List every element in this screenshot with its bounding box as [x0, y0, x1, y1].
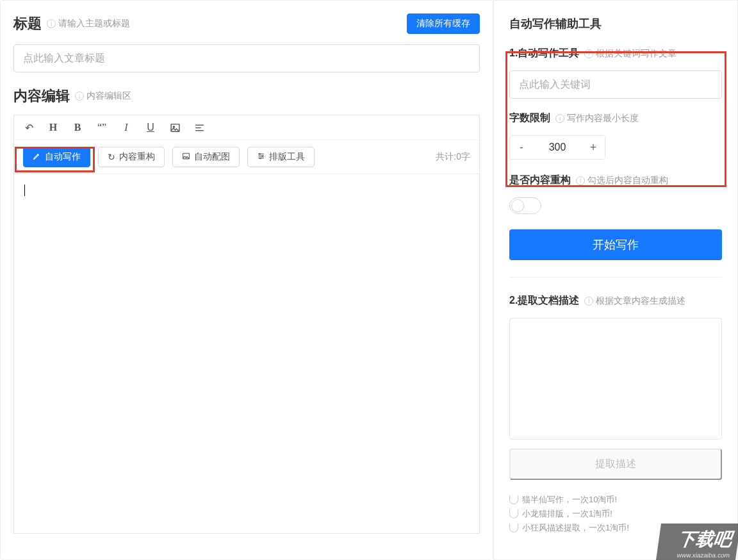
auto-write-label: 自动写作	[45, 151, 81, 163]
italic-icon[interactable]: I	[120, 122, 132, 133]
align-icon[interactable]	[193, 122, 205, 133]
editor-toolbar-format: ↶ H B “” I U	[14, 115, 479, 140]
svg-point-9	[259, 153, 260, 154]
title-label: 标题	[13, 14, 42, 33]
word-counter: 共计:0字	[436, 151, 470, 163]
image-icon[interactable]	[169, 122, 181, 133]
editor-panel: 标题 i 请输入主题或标题 清除所有缓存 内容编辑 i 内容编辑区 ↶ H B …	[0, 0, 493, 560]
auto-write-button[interactable]: 自动写作	[23, 147, 90, 167]
info-icon: i	[584, 49, 593, 58]
stepper-minus-button[interactable]: -	[510, 136, 533, 159]
watermark: 下载吧 www.xiazaiba.com	[656, 523, 738, 560]
assistant-panel: 自动写作辅助工具 1.自动写作工具 i 根据关键词写作文章 字数限制 i 写作内…	[493, 0, 738, 560]
restructure-button[interactable]: ↻ 内容重构	[98, 147, 165, 167]
keyword-input[interactable]	[509, 70, 722, 99]
description-output	[509, 318, 722, 440]
restructure-toggle[interactable]	[509, 197, 541, 214]
clear-cache-button[interactable]: 清除所有缓存	[407, 13, 480, 34]
cost-item: 猫半仙写作，一次10淘币!	[509, 494, 722, 506]
auto-image-button[interactable]: 自动配图	[172, 147, 240, 167]
title-hint: 请输入主题或标题	[58, 18, 130, 29]
svg-point-11	[259, 158, 261, 159]
svg-point-10	[262, 155, 263, 156]
info-icon: i	[555, 114, 564, 123]
editor-toolbar-actions: 自动写作 ↻ 内容重构 自动配图 排版工具	[14, 140, 479, 174]
layout-tool-button[interactable]: 排版工具	[247, 147, 315, 167]
content-edit-label: 内容编辑	[13, 86, 70, 106]
svg-point-1	[173, 126, 174, 128]
refresh-icon: ↻	[108, 152, 115, 162]
heading-icon[interactable]: H	[47, 122, 59, 133]
bowl-icon	[509, 509, 518, 518]
toggle-knob	[511, 199, 524, 212]
editor-textarea[interactable]	[14, 174, 479, 533]
auto-write-section-hint: 根据关键词写作文章	[596, 48, 676, 60]
wordlimit-value: 300	[533, 142, 582, 153]
editor: ↶ H B “” I U 自动写作	[13, 115, 480, 534]
wordlimit-label: 字数限制	[509, 111, 550, 125]
stepper-plus-button[interactable]: +	[582, 136, 605, 159]
layout-tool-label: 排版工具	[269, 151, 305, 163]
bowl-icon	[509, 495, 518, 504]
image-icon	[182, 152, 190, 162]
divider	[509, 277, 722, 277]
restructure-label: 是否内容重构	[509, 174, 571, 187]
info-icon: i	[576, 176, 585, 185]
bold-icon[interactable]: B	[72, 122, 83, 133]
content-edit-hint: 内容编辑区	[86, 90, 131, 102]
bowl-icon	[509, 523, 518, 532]
text-caret	[24, 185, 25, 196]
extract-section-hint: 根据文章内容生成描述	[596, 295, 685, 307]
article-title-input[interactable]	[13, 44, 480, 72]
pencil-icon	[33, 152, 41, 162]
extract-section-title: 2.提取文档描述	[509, 294, 579, 308]
quote-icon[interactable]: “”	[96, 122, 108, 133]
auto-image-label: 自动配图	[194, 151, 230, 163]
cost-item: 小龙猫排版，一次1淘币!	[509, 508, 722, 520]
wordlimit-stepper: - 300 +	[509, 135, 605, 160]
undo-icon[interactable]: ↶	[23, 122, 35, 133]
restructure-hint: 勾选后内容自动重构	[587, 175, 668, 186]
auto-write-section-title: 1.自动写作工具	[509, 47, 579, 60]
info-icon: i	[584, 297, 593, 306]
start-writing-button[interactable]: 开始写作	[509, 229, 722, 260]
assistant-panel-title: 自动写作辅助工具	[509, 16, 722, 31]
underline-icon[interactable]: U	[145, 122, 156, 133]
info-icon: i	[47, 19, 56, 28]
restructure-label: 内容重构	[119, 151, 155, 163]
layout-icon	[257, 152, 265, 162]
info-icon: i	[75, 92, 84, 101]
extract-description-button[interactable]: 提取描述	[509, 449, 722, 480]
wordlimit-hint: 写作内容最小长度	[567, 113, 639, 124]
